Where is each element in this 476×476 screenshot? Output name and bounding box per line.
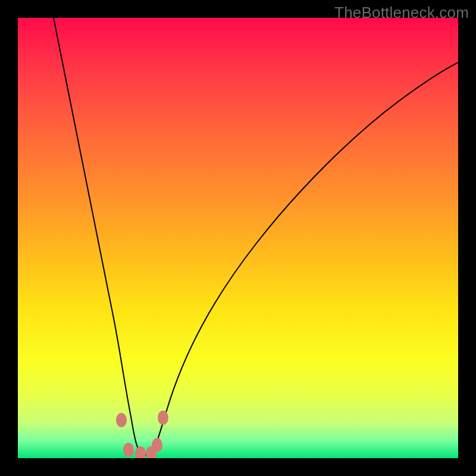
curve-marker (123, 443, 134, 457)
curve-marker (116, 413, 127, 427)
curve-marker (152, 438, 162, 452)
curve-marker (135, 446, 146, 458)
watermark-text: TheBottleneck.com (334, 4, 469, 22)
curve-layer (18, 18, 458, 458)
v-curve-path (54, 18, 458, 455)
curve-marker (158, 411, 168, 425)
marker-group (116, 411, 168, 458)
plot-area (18, 18, 458, 458)
